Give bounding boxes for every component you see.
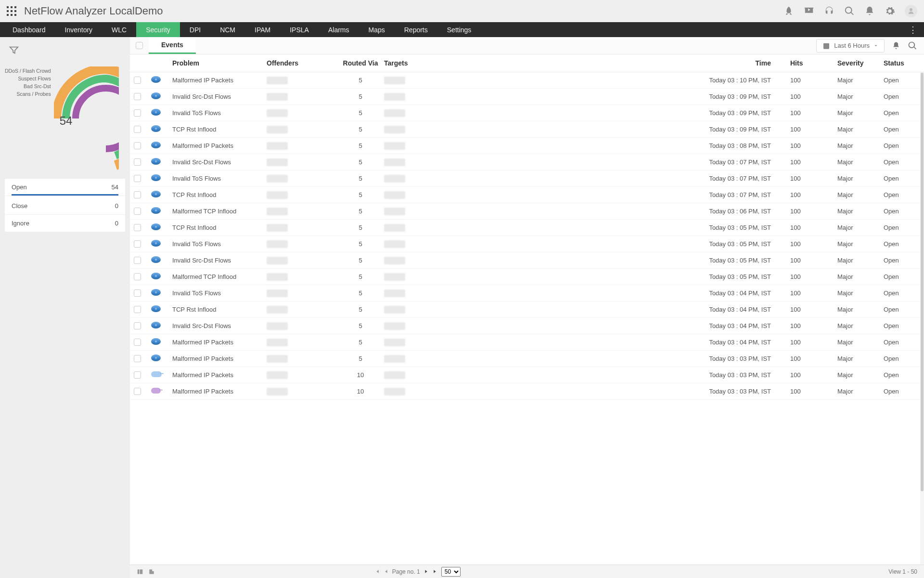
row-checkbox[interactable] [134, 175, 141, 182]
legend-item: Bad Src-Dst [5, 83, 51, 89]
row-checkbox[interactable] [134, 273, 141, 280]
table-row[interactable]: TCP Rst Inflood5Today 03 : 05 PM, IST100… [130, 220, 924, 236]
table-row[interactable]: Invalid Src-Dst Flows5Today 03 : 05 PM, … [130, 252, 924, 269]
row-checkbox[interactable] [134, 257, 141, 264]
table-row[interactable]: Malformed TCP Inflood5Today 03 : 06 PM, … [130, 203, 924, 220]
cell-routed-via: 5 [337, 126, 384, 133]
table-row[interactable]: Invalid ToS Flows5Today 03 : 09 PM, IST1… [130, 105, 924, 121]
table-row[interactable]: TCP Rst Inflood5Today 03 : 04 PM, IST100… [130, 302, 924, 318]
nav-tab-ncm[interactable]: NCM [210, 22, 245, 37]
grid-body[interactable]: Malformed IP Packets5Today 03 : 10 PM, I… [130, 72, 924, 565]
page-size-select[interactable]: 50 [441, 567, 461, 577]
nav-tab-maps[interactable]: Maps [359, 22, 395, 37]
nav-tab-ipsla[interactable]: IPSLA [280, 22, 319, 37]
pager-next-icon[interactable] [423, 568, 429, 575]
table-row[interactable]: Invalid Src-Dst Flows5Today 03 : 07 PM, … [130, 154, 924, 171]
table-row[interactable]: TCP Rst Inflood5Today 03 : 07 PM, IST100… [130, 187, 924, 203]
col-problem[interactable]: Problem [172, 59, 267, 67]
app-launcher-icon[interactable] [7, 6, 16, 16]
nav-tab-settings[interactable]: Settings [437, 22, 481, 37]
table-row[interactable]: Invalid ToS Flows5Today 03 : 05 PM, IST1… [130, 236, 924, 252]
row-checkbox[interactable] [134, 240, 141, 248]
presentation-icon[interactable] [804, 6, 814, 16]
legend-item: Suspect Flows [5, 76, 51, 81]
row-checkbox[interactable] [134, 371, 141, 379]
row-checkbox[interactable] [134, 289, 141, 297]
grid-search-icon[interactable] [908, 41, 917, 51]
pager-prev-icon[interactable] [383, 568, 389, 575]
table-row[interactable]: Malformed IP Packets5Today 03 : 08 PM, I… [130, 138, 924, 154]
col-severity[interactable]: Severity [837, 59, 884, 67]
table-row[interactable]: Malformed IP Packets5Today 03 : 03 PM, I… [130, 351, 924, 367]
cell-severity: Major [837, 109, 884, 117]
grid-scrollbar[interactable] [920, 72, 924, 565]
status-label: Ignore [12, 220, 29, 227]
col-targets[interactable]: Targets [384, 59, 455, 67]
nav-tab-alarms[interactable]: Alarms [319, 22, 359, 37]
device-router-icon [151, 289, 161, 296]
row-checkbox[interactable] [134, 126, 141, 133]
table-row[interactable]: Invalid Src-Dst Flows5Today 03 : 09 PM, … [130, 89, 924, 105]
status-row-close[interactable]: Close0 [5, 197, 125, 215]
row-checkbox[interactable] [134, 339, 141, 346]
col-status[interactable]: Status [884, 59, 916, 67]
search-icon[interactable] [844, 6, 855, 16]
table-row[interactable]: Malformed TCP Inflood5Today 03 : 05 PM, … [130, 269, 924, 285]
rocket-icon[interactable] [783, 6, 794, 16]
alert-bell-icon[interactable] [891, 41, 901, 51]
table-row[interactable]: Invalid ToS Flows5Today 03 : 04 PM, IST1… [130, 285, 924, 302]
pager-last-icon[interactable] [432, 568, 438, 575]
row-checkbox[interactable] [134, 158, 141, 166]
nav-tab-reports[interactable]: Reports [395, 22, 437, 37]
headset-icon[interactable] [824, 6, 834, 16]
cell-status: Open [884, 224, 916, 231]
tab-events[interactable]: Events [149, 37, 196, 54]
cell-problem: TCP Rst Inflood [172, 224, 267, 231]
user-avatar[interactable] [905, 5, 917, 17]
nav-tab-dashboard[interactable]: Dashboard [3, 22, 55, 37]
cell-offenders-blurred [267, 273, 288, 281]
row-checkbox[interactable] [134, 142, 141, 149]
col-routed-via[interactable]: Routed Via [337, 59, 384, 67]
table-row[interactable]: Invalid Src-Dst Flows5Today 03 : 04 PM, … [130, 318, 924, 334]
table-row[interactable]: Invalid ToS Flows5Today 03 : 07 PM, IST1… [130, 171, 924, 187]
table-row[interactable]: Malformed IP Packets10Today 03 : 03 PM, … [130, 367, 924, 383]
nav-tab-security[interactable]: Security [136, 22, 180, 37]
select-all-checkbox[interactable] [136, 42, 143, 49]
nav-tab-dpi[interactable]: DPI [180, 22, 210, 37]
table-row[interactable]: TCP Rst Inflood5Today 03 : 09 PM, IST100… [130, 121, 924, 138]
columns-icon[interactable] [137, 568, 143, 575]
table-row[interactable]: Malformed IP Packets5Today 03 : 10 PM, I… [130, 72, 924, 89]
table-row[interactable]: Malformed IP Packets5Today 03 : 04 PM, I… [130, 334, 924, 351]
row-checkbox[interactable] [134, 388, 141, 395]
row-checkbox[interactable] [134, 306, 141, 313]
row-checkbox[interactable] [134, 109, 141, 117]
col-offenders[interactable]: Offenders [267, 59, 337, 67]
status-row-ignore[interactable]: Ignore0 [5, 215, 125, 232]
nav-tab-ipam[interactable]: IPAM [245, 22, 280, 37]
bell-icon[interactable] [864, 6, 875, 16]
row-checkbox[interactable] [134, 93, 141, 100]
row-checkbox[interactable] [134, 224, 141, 231]
filter-icon[interactable] [9, 45, 19, 55]
gear-icon[interactable] [885, 6, 895, 16]
cell-time: Today 03 : 06 PM, IST [455, 208, 790, 215]
time-range-selector[interactable]: Last 6 Hours [816, 39, 885, 53]
table-row[interactable]: Malformed IP Packets10Today 03 : 03 PM, … [130, 383, 924, 400]
nav-more-icon[interactable]: ⋮ [902, 22, 924, 37]
pager-first-icon[interactable] [374, 568, 380, 575]
export-icon[interactable] [148, 568, 155, 575]
row-checkbox[interactable] [134, 355, 141, 362]
nav-tab-wlc[interactable]: WLC [102, 22, 136, 37]
cell-routed-via: 5 [337, 355, 384, 362]
cell-problem: Malformed IP Packets [172, 77, 267, 84]
col-time[interactable]: Time [455, 59, 790, 67]
col-hits[interactable]: Hits [790, 59, 837, 67]
nav-tab-inventory[interactable]: Inventory [55, 22, 103, 37]
cell-time: Today 03 : 09 PM, IST [455, 109, 790, 117]
row-checkbox[interactable] [134, 191, 141, 198]
row-checkbox[interactable] [134, 77, 141, 84]
row-checkbox[interactable] [134, 208, 141, 215]
row-checkbox[interactable] [134, 322, 141, 329]
status-row-open[interactable]: Open54 [5, 179, 125, 196]
